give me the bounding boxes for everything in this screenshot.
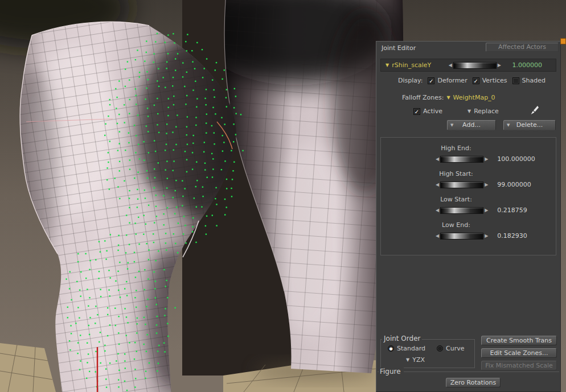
parameter-value: 1.000000 (508, 61, 542, 69)
figure-section-divider: Figure (378, 372, 559, 372)
add-button-label: Add... (462, 121, 481, 129)
slider-left-arrow-icon[interactable]: ◀ (436, 183, 439, 187)
joint-editor-panel: Joint Editor Affected Actors ▼ rShin_sca… (376, 41, 561, 392)
checkbox-deformer[interactable]: ✓ Deformer (428, 77, 467, 84)
slider-left-arrow-icon[interactable]: ◀ (436, 208, 439, 213)
slider-label: Low Start: (407, 196, 505, 203)
rotation-order-dropdown[interactable]: ▼ YZX (406, 356, 474, 364)
display-label: Display: (398, 77, 423, 84)
add-dropdown-icon[interactable]: ▼ (450, 123, 453, 127)
checkbox-label: Active (423, 108, 442, 115)
add-falloff-zone-button[interactable]: ▼ Add... (447, 120, 496, 130)
slider-value: 100.000000 (497, 155, 535, 163)
checkbox-label: Vertices (482, 77, 507, 84)
high-end-slider[interactable]: ◀ ▶ (436, 156, 488, 163)
slider-bar[interactable] (440, 233, 483, 240)
falloff-zones-label: Falloff Zones: (402, 94, 444, 101)
parameter-dropdown-icon[interactable]: ▼ (385, 63, 389, 68)
falloff-zones-row: Falloff Zones: ▼ WeightMap_0 (402, 94, 495, 101)
slider-left-arrow-icon[interactable]: ◀ (436, 234, 439, 238)
falloff-add-delete-row: ▼ Add... ▼ Delete... (447, 120, 556, 130)
dock-tab-icon[interactable] (560, 38, 566, 44)
low-end-row: Low End: ◀ ▶ 0.182930 (381, 221, 556, 240)
radio-label: Curve (446, 345, 464, 352)
checkbox-box[interactable]: ✓ (428, 77, 434, 84)
fix-mismatched-scale-button[interactable]: Fix Mismatched Scale (481, 361, 557, 370)
falloff-sliders-group: High End: ◀ ▶ 100.000000 High Start: ◀ (380, 137, 556, 255)
checkbox-shaded[interactable]: Shaded (512, 77, 546, 84)
joint-order-group: ● Standard Curve ▼ YZX (380, 339, 475, 368)
affected-actors-button[interactable]: Affected Actors (486, 43, 559, 52)
figure-label: Figure (379, 368, 404, 376)
checkbox-label: Shaded (522, 77, 546, 84)
falloff-active-row: ✓ Active ▼ Replace (413, 105, 560, 117)
radio-circle[interactable]: ● (388, 345, 394, 352)
application-window: Joint Editor Affected Actors ▼ rShin_sca… (0, 0, 566, 392)
slider-left-arrow-icon[interactable]: ◀ (436, 157, 439, 162)
slider-bar[interactable] (440, 181, 483, 188)
delete-button-label: Delete... (516, 121, 543, 129)
joint-order-label: Joint Order (382, 335, 422, 343)
slider-right-arrow-icon[interactable]: ▶ (485, 157, 488, 162)
slider-label: High Start: (407, 170, 505, 178)
delete-dropdown-icon[interactable]: ▼ (507, 123, 510, 127)
high-start-slider[interactable]: ◀ ▶ (436, 181, 488, 188)
zero-rotations-button[interactable]: Zero Rotations (446, 378, 501, 387)
radio-standard[interactable]: ● Standard (388, 345, 425, 352)
radio-curve[interactable]: Curve (437, 345, 464, 352)
slider-bar[interactable] (440, 156, 483, 163)
weightmap-select[interactable]: WeightMap_0 (453, 94, 495, 101)
weightmap-dropdown-icon[interactable]: ▼ (446, 96, 450, 100)
checkbox-box[interactable]: ✓ (473, 77, 479, 84)
checkbox-label: Deformer (437, 77, 467, 84)
slider-value: 0.182930 (497, 232, 527, 240)
radio-circle[interactable] (437, 345, 443, 352)
slider-value: 0.218759 (497, 207, 527, 214)
low-start-row: Low Start: ◀ ▶ 0.218759 (381, 196, 556, 214)
display-options-row: Display: ✓ Deformer ✓ Vertices Shaded (376, 77, 546, 84)
slider-bar[interactable] (440, 207, 483, 214)
slider-right-arrow-icon[interactable]: ▶ (498, 63, 501, 68)
checkbox-vertices[interactable]: ✓ Vertices (473, 77, 507, 84)
replace-label: Replace (474, 108, 499, 115)
parameter-row: ▼ rShin_scaleY ◀ ▶ 1.000000 (380, 59, 556, 72)
slider-right-arrow-icon[interactable]: ▶ (485, 183, 488, 187)
checkbox-box[interactable]: ✓ (413, 108, 420, 115)
slider-left-arrow-icon[interactable]: ◀ (449, 63, 452, 68)
radio-label: Standard (397, 345, 425, 352)
joint-order-radios: ● Standard Curve (388, 345, 474, 352)
slider-right-arrow-icon[interactable]: ▶ (485, 208, 488, 213)
slider-right-arrow-icon[interactable]: ▶ (485, 234, 488, 238)
panel-title: Joint Editor (382, 44, 416, 52)
high-end-row: High End: ◀ ▶ 100.000000 (381, 145, 556, 163)
slider-bar[interactable] (453, 62, 497, 69)
rotation-order-dropdown-icon[interactable]: ▼ (406, 358, 409, 362)
checkbox-box[interactable] (512, 77, 519, 84)
paint-brush-icon[interactable] (528, 105, 539, 117)
edit-scale-zones-button[interactable]: Edit Scale Zones... (481, 348, 557, 358)
rotation-order-value: YZX (412, 356, 425, 364)
low-end-slider[interactable]: ◀ ▶ (436, 233, 488, 240)
slider-label: High End: (407, 145, 505, 152)
replace-mode-dropdown[interactable]: ▼ Replace (467, 108, 499, 115)
slider-value: 99.000000 (497, 181, 531, 188)
replace-dropdown-icon[interactable]: ▼ (467, 109, 471, 114)
parameter-slider[interactable]: ◀ ▶ (449, 62, 501, 69)
delete-falloff-zone-button[interactable]: ▼ Delete... (503, 120, 556, 130)
low-start-slider[interactable]: ◀ ▶ (436, 207, 488, 214)
parameter-name[interactable]: rShin_scaleY (392, 61, 431, 69)
slider-label: Low End: (407, 221, 505, 229)
checkbox-active[interactable]: ✓ Active (413, 108, 442, 115)
high-start-row: High Start: ◀ ▶ 99.000000 (381, 170, 556, 188)
create-smooth-trans-button[interactable]: Create Smooth Trans (481, 336, 557, 345)
